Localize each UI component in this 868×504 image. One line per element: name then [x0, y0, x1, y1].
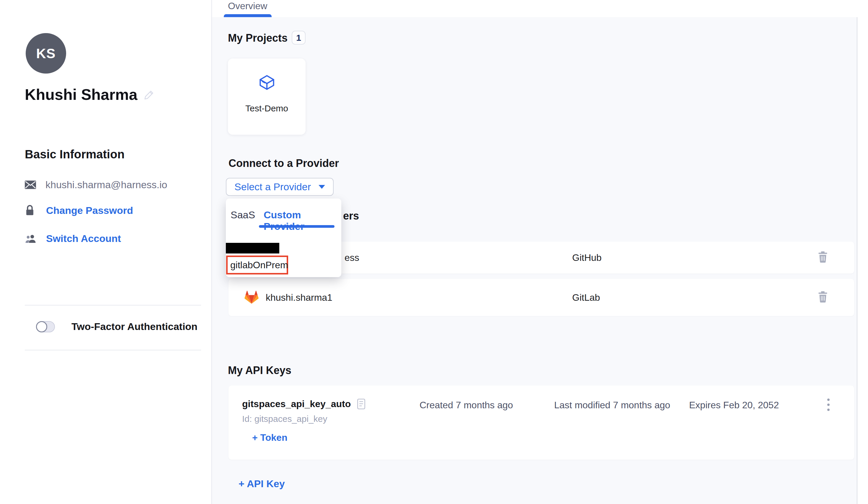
add-api-key-link[interactable]: + API Key — [239, 478, 285, 490]
provider-username: khushi.sharma1 — [266, 292, 332, 303]
dropdown-item-gitlabonprem[interactable]: gitlabOnPrem — [226, 255, 288, 274]
api-key-expires: Expires Feb 20, 2052 — [689, 400, 779, 411]
switch-account-link[interactable]: Switch Account — [46, 233, 121, 244]
avatar: KS — [26, 33, 66, 73]
dropdown-tab-custom-provider[interactable]: Custom Provider — [264, 209, 341, 232]
two-factor-label: Two-Factor Authentication — [71, 321, 197, 332]
overview-content: My Projects 1 Test-Demo Connect to a Pro… — [212, 17, 868, 504]
provider-username-partial: ess — [344, 252, 359, 263]
tab-bar: Overview — [212, 0, 868, 17]
switch-account-row: Switch Account — [25, 233, 121, 244]
my-projects-heading: My Projects — [228, 32, 288, 44]
my-api-keys-heading: My API Keys — [228, 364, 291, 377]
select-provider-button[interactable]: Select a Provider — [226, 178, 334, 196]
user-email: khushi.sharma@harness.io — [45, 179, 167, 191]
api-key-card: gitspaces_api_key_auto Id: gitspaces_api… — [228, 385, 854, 460]
tab-overview[interactable]: Overview — [228, 1, 267, 11]
divider — [25, 350, 201, 350]
two-factor-row: Two-Factor Authentication — [36, 321, 197, 332]
dropdown-item-label: gitlabOnPrem — [230, 260, 288, 271]
delete-provider-button[interactable] — [818, 251, 828, 264]
tab-active-underline — [224, 14, 272, 17]
profile-page: KS Khushi Sharma Basic Information khush… — [0, 0, 868, 504]
avatar-initials: KS — [36, 46, 56, 61]
right-edge-panel — [857, 17, 868, 504]
provider-dropdown: SaaS Custom Provider gitlabOnPrem — [226, 199, 341, 277]
api-key-created: Created 7 months ago — [420, 400, 513, 411]
add-token-link[interactable]: + Token — [252, 432, 287, 443]
gitlab-icon — [244, 290, 259, 305]
two-factor-toggle[interactable] — [36, 321, 55, 332]
edit-name-pencil-icon[interactable] — [144, 89, 155, 100]
mail-icon — [25, 181, 38, 189]
delete-provider-button[interactable] — [818, 291, 828, 304]
api-key-name: gitspaces_api_key_auto — [242, 399, 351, 410]
copy-icon[interactable] — [357, 399, 365, 410]
api-key-modified: Last modified 7 months ago — [554, 400, 670, 411]
user-name: Khushi Sharma — [25, 86, 137, 103]
projects-count-badge: 1 — [292, 31, 306, 44]
change-password-row: Change Password — [25, 204, 133, 216]
project-cube-icon — [258, 74, 276, 92]
api-key-menu-button[interactable] — [827, 399, 830, 411]
divider — [25, 305, 201, 305]
connected-providers-heading-partial: ers — [343, 210, 359, 222]
select-provider-label: Select a Provider — [235, 181, 311, 193]
dropdown-tab-saas[interactable]: SaaS — [230, 209, 255, 221]
api-key-id: Id: gitspaces_api_key — [242, 414, 328, 424]
users-icon — [25, 234, 38, 243]
toggle-knob — [36, 321, 47, 332]
api-key-name-row: gitspaces_api_key_auto — [242, 399, 365, 410]
project-card-test-demo[interactable]: Test-Demo — [228, 59, 306, 135]
project-name: Test-Demo — [245, 103, 288, 113]
email-row: khushi.sharma@harness.io — [25, 179, 167, 191]
connected-provider-row-gitlab: khushi.sharma1 GitLab — [228, 279, 854, 316]
provider-type-label: GitLab — [572, 292, 600, 303]
chevron-down-icon — [319, 185, 325, 189]
change-password-link[interactable]: Change Password — [46, 205, 133, 216]
connect-provider-heading: Connect to a Provider — [228, 157, 339, 170]
basic-information-heading: Basic Information — [25, 148, 125, 161]
main-panel: Overview My Projects 1 Test-Demo — [211, 0, 868, 504]
provider-type-label: GitHub — [572, 252, 602, 263]
dropdown-item-redacted[interactable] — [226, 243, 279, 253]
profile-sidebar: KS Khushi Sharma Basic Information khush… — [0, 0, 211, 504]
user-name-row: Khushi Sharma — [25, 86, 155, 103]
dropdown-active-tab-underline — [259, 225, 334, 228]
lock-icon — [25, 204, 38, 216]
